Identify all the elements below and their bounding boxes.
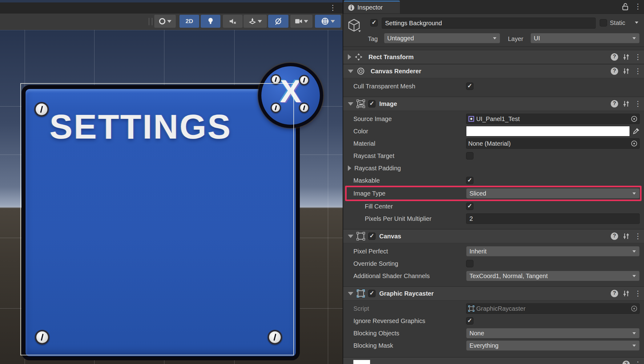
- chevron-down-icon: [633, 192, 636, 194]
- ppu-multiplier-field[interactable]: 2: [466, 213, 640, 224]
- screw-icon: [268, 330, 282, 345]
- pixel-perfect-value: Inherit: [469, 248, 487, 255]
- kebab-menu-icon[interactable]: [634, 232, 640, 240]
- override-sorting-checkbox[interactable]: [466, 260, 473, 267]
- presets-icon[interactable]: [622, 67, 630, 75]
- help-icon[interactable]: [611, 67, 618, 75]
- gameobject-header: Settings Background Static Tag Untagged …: [343, 14, 644, 47]
- kebab-menu-icon[interactable]: [634, 67, 640, 75]
- scene-kebab-menu-icon[interactable]: [329, 4, 335, 12]
- active-checkbox[interactable]: [370, 19, 378, 26]
- component-title: Image: [379, 100, 397, 107]
- effects-icon: [248, 17, 256, 25]
- help-icon[interactable]: [611, 53, 618, 61]
- chevron-down-icon: [331, 20, 335, 23]
- close-button-label: X: [261, 73, 320, 110]
- presets-icon[interactable]: [622, 100, 630, 107]
- field-label: Pixel Perfect: [353, 248, 388, 255]
- pixel-perfect-dropdown[interactable]: Inherit: [466, 246, 640, 257]
- inspector-kebab-menu-icon[interactable]: [634, 2, 640, 10]
- source-image-field[interactable]: UI_Panel1_Test: [466, 114, 640, 124]
- foldout-icon[interactable]: [348, 235, 353, 238]
- shader-channels-value: TexCoord1, Normal, Tangent: [469, 273, 548, 280]
- image-component-icon: [356, 99, 365, 108]
- foldout-icon[interactable]: [348, 54, 351, 60]
- material-field[interactable]: None (Material): [466, 138, 640, 149]
- image-type-dropdown[interactable]: Sliced: [466, 188, 640, 199]
- canvas-enabled-checkbox[interactable]: [368, 233, 376, 240]
- object-picker-icon[interactable]: [631, 140, 638, 147]
- presets-icon[interactable]: [622, 53, 630, 61]
- help-icon[interactable]: [611, 233, 618, 240]
- scene-audio-button[interactable]: [223, 15, 243, 28]
- scene-visibility-button[interactable]: [268, 15, 288, 28]
- gameobject-name-field[interactable]: Settings Background: [382, 18, 596, 29]
- field-label: Image Type: [353, 190, 385, 197]
- cull-transparent-mesh-checkbox[interactable]: [466, 83, 473, 90]
- foldout-icon[interactable]: [348, 292, 353, 295]
- lock-icon[interactable]: [622, 3, 629, 11]
- image-type-value: Sliced: [469, 190, 486, 197]
- kebab-menu-icon[interactable]: [634, 53, 640, 61]
- toolbar-drag-handle[interactable]: [149, 18, 152, 25]
- kebab-menu-icon[interactable]: [634, 360, 640, 364]
- eyedropper-icon[interactable]: [632, 127, 640, 135]
- object-picker-icon[interactable]: [631, 305, 638, 312]
- scene-viewport[interactable]: SETTINGS X: [0, 30, 343, 364]
- script-field[interactable]: GraphicRaycaster: [466, 303, 640, 314]
- chevron-down-icon[interactable]: [635, 22, 638, 24]
- object-picker-icon[interactable]: [631, 115, 638, 122]
- scene-camera-button[interactable]: [290, 15, 312, 28]
- kebab-menu-icon[interactable]: [634, 100, 640, 108]
- field-label: Ignore Reversed Graphics: [353, 317, 425, 325]
- static-checkbox[interactable]: [600, 19, 607, 26]
- ignore-reversed-graphics-checkbox[interactable]: [466, 317, 473, 325]
- tag-dropdown[interactable]: Untagged: [384, 33, 500, 43]
- component-header-image[interactable]: Image: [343, 97, 644, 111]
- presets-icon[interactable]: [622, 290, 630, 297]
- component-header-rect-transform[interactable]: Rect Transform: [343, 50, 644, 64]
- graphic-raycaster-enabled-checkbox[interactable]: [368, 290, 376, 297]
- draw-mode-button[interactable]: [154, 15, 176, 28]
- component-header-canvas-renderer[interactable]: Canvas Renderer: [343, 64, 644, 78]
- help-icon[interactable]: [611, 100, 618, 107]
- scene-toolbar: 2D: [0, 14, 343, 30]
- chevron-down-icon: [358, 30, 361, 32]
- screw-icon: [271, 103, 281, 113]
- material-value: None (Material): [468, 140, 629, 147]
- kebab-menu-icon[interactable]: [634, 289, 640, 297]
- fill-center-checkbox[interactable]: [466, 203, 473, 210]
- scene-effects-button[interactable]: [244, 15, 267, 28]
- material-preview-header[interactable]: Default UI Material (Material): [343, 357, 644, 364]
- tag-label: Tag: [368, 35, 378, 42]
- foldout-icon[interactable]: [348, 165, 351, 171]
- blocking-objects-dropdown[interactable]: None: [466, 328, 640, 338]
- cull-transparent-mesh-row: Cull Transparent Mesh: [343, 80, 644, 92]
- chevron-down-icon: [493, 37, 497, 39]
- scene-lighting-button[interactable]: [201, 15, 220, 28]
- tab-inspector[interactable]: Inspector: [344, 1, 400, 14]
- scene-gizmos-button[interactable]: [315, 15, 341, 28]
- help-icon[interactable]: [611, 290, 618, 297]
- maskable-checkbox[interactable]: [466, 177, 473, 184]
- ppu-multiplier-row: Pixels Per Unit Multiplier 2: [343, 212, 644, 225]
- component-header-canvas[interactable]: Canvas: [343, 229, 644, 243]
- settings-panel[interactable]: SETTINGS: [22, 85, 300, 360]
- foldout-icon[interactable]: [348, 102, 353, 106]
- raycast-padding-row[interactable]: Raycast Padding: [343, 162, 644, 174]
- presets-icon[interactable]: [622, 233, 630, 240]
- layer-dropdown[interactable]: UI: [530, 33, 640, 43]
- help-icon[interactable]: [622, 361, 630, 364]
- raycast-target-checkbox[interactable]: [466, 152, 473, 160]
- field-label: Raycast Padding: [354, 165, 401, 172]
- shader-channels-dropdown[interactable]: TexCoord1, Normal, Tangent: [466, 271, 640, 281]
- toggle-2d-button[interactable]: 2D: [179, 15, 199, 28]
- color-swatch[interactable]: [466, 126, 630, 136]
- chevron-down-icon: [633, 344, 636, 346]
- foldout-icon[interactable]: [348, 70, 353, 73]
- blocking-mask-dropdown[interactable]: Everything: [466, 340, 640, 351]
- component-header-graphic-raycaster[interactable]: Graphic Raycaster: [343, 286, 644, 301]
- material-preview-swatch: [353, 360, 370, 364]
- image-enabled-checkbox[interactable]: [368, 100, 376, 107]
- close-button[interactable]: X: [258, 63, 323, 128]
